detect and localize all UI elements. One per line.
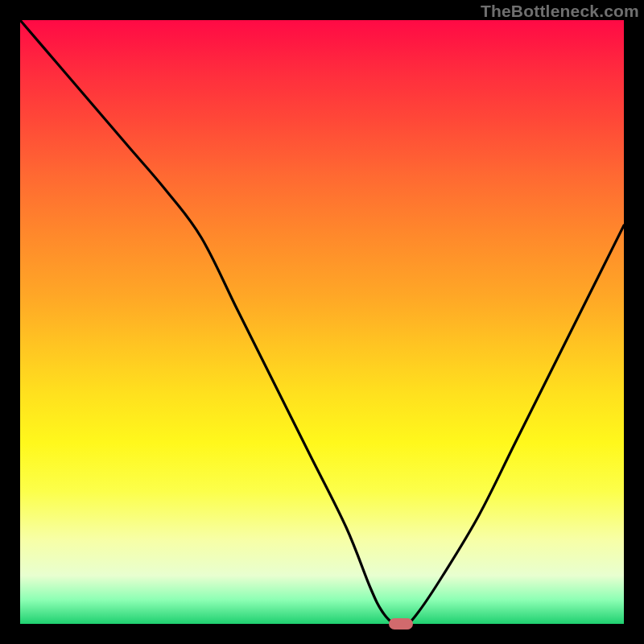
optimal-marker: [389, 618, 413, 630]
plot-area: [20, 20, 624, 624]
chart-frame: TheBottleneck.com: [0, 0, 644, 644]
bottleneck-curve: [20, 20, 624, 624]
watermark-text: TheBottleneck.com: [481, 2, 639, 21]
